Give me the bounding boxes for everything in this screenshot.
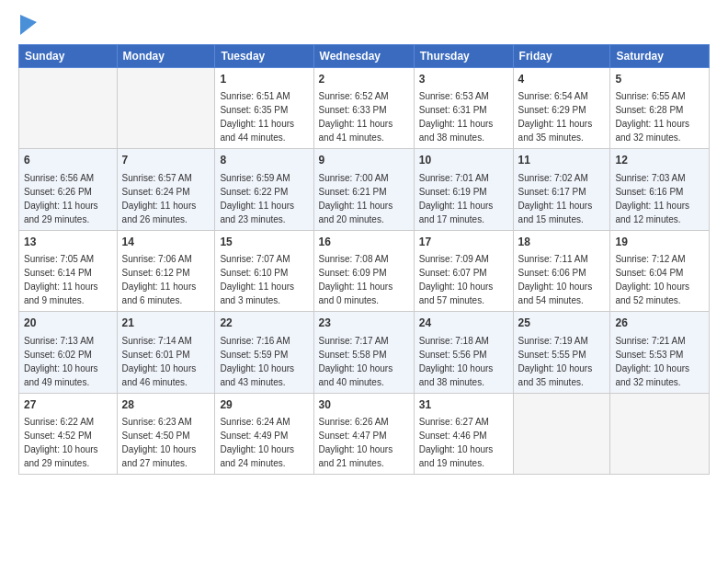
day-info: Sunrise: 6:55 AMSunset: 6:28 PMDaylight:… (615, 89, 704, 144)
day-info: Sunrise: 6:52 AMSunset: 6:33 PMDaylight:… (319, 89, 409, 144)
day-number: 27 (24, 397, 112, 413)
day-info: Sunrise: 6:51 AMSunset: 6:35 PMDaylight:… (220, 89, 308, 144)
logo (18, 15, 37, 35)
day-number: 4 (518, 72, 606, 87)
day-number: 17 (419, 235, 508, 250)
calendar-cell: 30Sunrise: 6:26 AMSunset: 4:47 PMDayligh… (313, 393, 414, 474)
day-info: Sunrise: 6:24 AMSunset: 4:49 PMDaylight:… (220, 415, 308, 470)
day-info: Sunrise: 6:57 AMSunset: 6:24 PMDaylight:… (122, 171, 210, 226)
day-info: Sunrise: 7:01 AMSunset: 6:19 PMDaylight:… (419, 171, 508, 226)
calendar-cell: 21Sunrise: 7:14 AMSunset: 6:01 PMDayligh… (117, 312, 215, 393)
calendar-table: SundayMondayTuesdayWednesdayThursdayFrid… (18, 44, 710, 475)
calendar-cell: 29Sunrise: 6:24 AMSunset: 4:49 PMDayligh… (215, 393, 313, 474)
logo-icon (20, 15, 37, 35)
page: SundayMondayTuesdayWednesdayThursdayFrid… (0, 0, 728, 563)
day-number: 29 (220, 397, 308, 413)
day-number: 18 (518, 235, 606, 250)
calendar-cell: 22Sunrise: 7:16 AMSunset: 5:59 PMDayligh… (215, 312, 313, 393)
weekday-header-saturday: Saturday (610, 45, 710, 68)
calendar-cell: 11Sunrise: 7:02 AMSunset: 6:17 PMDayligh… (513, 149, 610, 230)
day-number: 3 (419, 72, 508, 87)
calendar-cell: 28Sunrise: 6:23 AMSunset: 4:50 PMDayligh… (117, 393, 215, 474)
day-info: Sunrise: 7:17 AMSunset: 5:58 PMDaylight:… (319, 334, 409, 389)
day-info: Sunrise: 7:11 AMSunset: 6:06 PMDaylight:… (518, 252, 606, 307)
day-number: 8 (220, 153, 308, 168)
day-info: Sunrise: 6:27 AMSunset: 4:46 PMDaylight:… (419, 415, 508, 470)
day-number: 19 (615, 235, 704, 250)
calendar-cell: 8Sunrise: 6:59 AMSunset: 6:22 PMDaylight… (215, 149, 313, 230)
day-info: Sunrise: 6:26 AMSunset: 4:47 PMDaylight:… (319, 415, 409, 470)
day-info: Sunrise: 7:05 AMSunset: 6:14 PMDaylight:… (24, 252, 112, 307)
weekday-header-tuesday: Tuesday (215, 45, 313, 68)
weekday-header-sunday: Sunday (19, 45, 118, 68)
day-info: Sunrise: 6:22 AMSunset: 4:52 PMDaylight:… (24, 415, 112, 470)
day-info: Sunrise: 7:07 AMSunset: 6:10 PMDaylight:… (220, 252, 308, 307)
day-number: 24 (419, 316, 508, 331)
day-number: 7 (122, 153, 210, 168)
day-info: Sunrise: 7:09 AMSunset: 6:07 PMDaylight:… (419, 252, 508, 307)
calendar-cell: 14Sunrise: 7:06 AMSunset: 6:12 PMDayligh… (117, 230, 215, 311)
day-number: 22 (220, 316, 308, 331)
calendar-cell: 25Sunrise: 7:19 AMSunset: 5:55 PMDayligh… (513, 312, 610, 393)
calendar-cell (610, 393, 710, 474)
day-number: 30 (319, 397, 409, 413)
calendar-cell: 16Sunrise: 7:08 AMSunset: 6:09 PMDayligh… (313, 230, 414, 311)
day-info: Sunrise: 7:03 AMSunset: 6:16 PMDaylight:… (615, 171, 704, 226)
day-number: 2 (319, 72, 409, 87)
day-number: 15 (220, 235, 308, 250)
calendar-cell: 2Sunrise: 6:52 AMSunset: 6:33 PMDaylight… (313, 68, 414, 149)
day-number: 26 (615, 316, 704, 331)
calendar-cell: 9Sunrise: 7:00 AMSunset: 6:21 PMDaylight… (313, 149, 414, 230)
day-info: Sunrise: 7:08 AMSunset: 6:09 PMDaylight:… (319, 252, 409, 307)
calendar-cell: 6Sunrise: 6:56 AMSunset: 6:26 PMDaylight… (19, 149, 118, 230)
svg-marker-0 (20, 15, 37, 35)
day-number: 31 (419, 397, 508, 413)
calendar-cell: 31Sunrise: 6:27 AMSunset: 4:46 PMDayligh… (414, 393, 513, 474)
day-number: 16 (319, 235, 409, 250)
day-number: 11 (518, 153, 606, 168)
day-number: 9 (319, 153, 409, 168)
day-info: Sunrise: 6:53 AMSunset: 6:31 PMDaylight:… (419, 89, 508, 144)
day-info: Sunrise: 7:19 AMSunset: 5:55 PMDaylight:… (518, 334, 606, 389)
calendar-cell: 13Sunrise: 7:05 AMSunset: 6:14 PMDayligh… (19, 230, 118, 311)
day-info: Sunrise: 7:00 AMSunset: 6:21 PMDaylight:… (319, 171, 409, 226)
day-number: 23 (319, 316, 409, 331)
day-info: Sunrise: 7:18 AMSunset: 5:56 PMDaylight:… (419, 334, 508, 389)
day-info: Sunrise: 7:12 AMSunset: 6:04 PMDaylight:… (615, 252, 704, 307)
calendar-cell: 5Sunrise: 6:55 AMSunset: 6:28 PMDaylight… (610, 68, 710, 149)
day-info: Sunrise: 6:56 AMSunset: 6:26 PMDaylight:… (24, 171, 112, 226)
day-number: 28 (122, 397, 210, 413)
calendar-cell: 18Sunrise: 7:11 AMSunset: 6:06 PMDayligh… (513, 230, 610, 311)
calendar-cell: 24Sunrise: 7:18 AMSunset: 5:56 PMDayligh… (414, 312, 513, 393)
calendar-cell (19, 68, 118, 149)
day-number: 12 (615, 153, 704, 168)
calendar-cell: 1Sunrise: 6:51 AMSunset: 6:35 PMDaylight… (215, 68, 313, 149)
day-info: Sunrise: 7:13 AMSunset: 6:02 PMDaylight:… (24, 334, 112, 389)
day-number: 25 (518, 316, 606, 331)
day-number: 6 (24, 153, 112, 168)
day-info: Sunrise: 6:59 AMSunset: 6:22 PMDaylight:… (220, 171, 308, 226)
day-info: Sunrise: 6:23 AMSunset: 4:50 PMDaylight:… (122, 415, 210, 470)
calendar-cell: 12Sunrise: 7:03 AMSunset: 6:16 PMDayligh… (610, 149, 710, 230)
weekday-header-monday: Monday (117, 45, 215, 68)
calendar-cell: 23Sunrise: 7:17 AMSunset: 5:58 PMDayligh… (313, 312, 414, 393)
day-info: Sunrise: 7:21 AMSunset: 5:53 PMDaylight:… (615, 334, 704, 389)
calendar-cell (513, 393, 610, 474)
day-info: Sunrise: 7:06 AMSunset: 6:12 PMDaylight:… (122, 252, 210, 307)
day-number: 21 (122, 316, 210, 331)
day-number: 1 (220, 72, 308, 87)
calendar-cell: 26Sunrise: 7:21 AMSunset: 5:53 PMDayligh… (610, 312, 710, 393)
header (18, 15, 710, 35)
day-number: 5 (615, 72, 704, 87)
weekday-header-thursday: Thursday (414, 45, 513, 68)
calendar-cell: 7Sunrise: 6:57 AMSunset: 6:24 PMDaylight… (117, 149, 215, 230)
calendar-cell: 17Sunrise: 7:09 AMSunset: 6:07 PMDayligh… (414, 230, 513, 311)
day-info: Sunrise: 7:02 AMSunset: 6:17 PMDaylight:… (518, 171, 606, 226)
calendar-cell: 4Sunrise: 6:54 AMSunset: 6:29 PMDaylight… (513, 68, 610, 149)
calendar-cell: 15Sunrise: 7:07 AMSunset: 6:10 PMDayligh… (215, 230, 313, 311)
weekday-header-friday: Friday (513, 45, 610, 68)
calendar-cell: 19Sunrise: 7:12 AMSunset: 6:04 PMDayligh… (610, 230, 710, 311)
weekday-header-wednesday: Wednesday (313, 45, 414, 68)
calendar-cell: 3Sunrise: 6:53 AMSunset: 6:31 PMDaylight… (414, 68, 513, 149)
calendar-cell: 10Sunrise: 7:01 AMSunset: 6:19 PMDayligh… (414, 149, 513, 230)
